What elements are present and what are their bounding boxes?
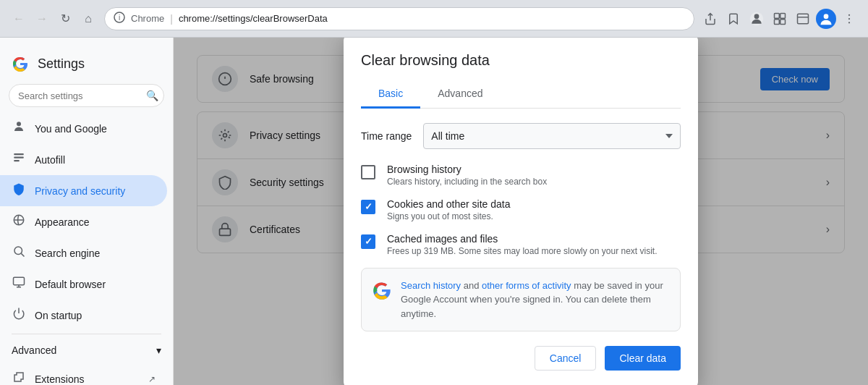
search-engine-icon (12, 245, 26, 261)
monitor-icon (12, 276, 26, 292)
svg-point-14 (848, 22, 850, 23)
dialog-title: Clear browsing data (361, 52, 681, 69)
browsing-history-row: Browsing history Clears history, includi… (361, 164, 681, 187)
cached-images-label: Cached images and files (387, 233, 657, 245)
dialog-footer: Cancel Clear data (361, 346, 681, 371)
sidebar-label: Extensions (35, 373, 84, 385)
cookies-desc: Signs you out of most sites. (387, 211, 510, 221)
toolbar-icons (700, 9, 859, 29)
address-bar[interactable]: i Chrome | chrome://settings/clearBrowse… (104, 7, 694, 30)
bookmark-button[interactable] (723, 9, 744, 29)
menu-button[interactable] (839, 9, 859, 29)
sidebar-item-extensions[interactable]: Extensions ↗ (0, 363, 167, 385)
sidebar-item-appearance[interactable]: Appearance (0, 206, 167, 237)
sidebar-label: Default browser (35, 279, 106, 290)
google-info-row: Search history and other forms of activi… (361, 268, 681, 332)
puzzle-icon (12, 371, 26, 385)
svg-point-12 (848, 14, 850, 15)
back-button[interactable]: ← (9, 9, 29, 29)
advanced-label: Advanced (12, 344, 56, 356)
sidebar-item-default-browser[interactable]: Default browser (0, 268, 167, 300)
nav-buttons: ← → ↻ ⌂ (9, 9, 98, 29)
external-link-icon: ↗ (148, 374, 156, 384)
sidebar-header: Settings (0, 43, 173, 78)
cookies-row: Cookies and other site data Signs you ou… (361, 198, 681, 221)
forward-button[interactable]: → (32, 9, 52, 29)
other-activity-link[interactable]: other forms of activity (482, 280, 571, 291)
cached-images-text: Cached images and files Frees up 319 MB.… (387, 233, 657, 256)
home-button[interactable]: ⌂ (78, 9, 98, 29)
time-range-select[interactable]: Last hour Last 24 hours Last 7 days Last… (423, 123, 681, 149)
url-divider: | (170, 13, 173, 25)
svg-rect-16 (14, 153, 24, 155)
search-bar: 🔍 (9, 84, 164, 107)
svg-text:i: i (119, 14, 120, 22)
svg-point-11 (824, 14, 829, 19)
browser-chrome: ← → ↻ ⌂ i Chrome | chrome://settings/cle… (0, 0, 868, 38)
svg-rect-17 (14, 157, 24, 158)
cached-images-checkbox-wrapper[interactable] (361, 234, 375, 249)
share-button[interactable] (700, 9, 720, 29)
dialog-tabs: Basic Advanced (361, 80, 681, 109)
reload-button[interactable]: ↻ (55, 9, 75, 29)
svg-rect-6 (775, 19, 780, 24)
power-icon (12, 307, 26, 323)
sidebar-label: Search engine (35, 248, 100, 259)
extensions-button[interactable] (770, 9, 790, 29)
browsing-history-checkbox-wrapper[interactable] (361, 165, 375, 179)
settings-title: Settings (38, 56, 85, 72)
cached-images-row: Cached images and files Frees up 319 MB.… (361, 233, 681, 256)
search-history-link[interactable]: Search history (401, 280, 461, 291)
site-label: Chrome (131, 13, 164, 24)
tab-advanced[interactable]: Advanced (420, 80, 500, 109)
browsing-history-label: Browsing history (387, 164, 547, 175)
cookies-checkbox[interactable] (361, 200, 375, 214)
svg-rect-7 (780, 19, 786, 24)
browsing-history-text: Browsing history Clears history, includi… (387, 164, 547, 187)
clear-data-button[interactable]: Clear data (605, 346, 681, 371)
svg-rect-18 (14, 160, 20, 161)
browsing-history-checkbox[interactable] (361, 165, 375, 179)
sidebar: Settings 🔍 You and Google Autofill Priva… (0, 38, 174, 385)
sidebar-item-you-and-google[interactable]: You and Google (0, 113, 167, 144)
sidebar-label: On startup (35, 310, 82, 321)
cached-images-checkbox[interactable] (361, 234, 375, 249)
chevron-down-icon: ▾ (156, 344, 161, 356)
url-text: chrome://settings/clearBrowserData (179, 13, 685, 24)
cookies-checkbox-wrapper[interactable] (361, 200, 375, 214)
main-area: Settings 🔍 You and Google Autofill Priva… (0, 38, 868, 385)
sidebar-label: Autofill (35, 154, 65, 166)
google-info-middle: and (461, 280, 482, 291)
clear-browsing-dialog: Clear browsing data Basic Advanced Time … (344, 38, 698, 385)
sidebar-label: You and Google (35, 123, 107, 135)
svg-point-15 (17, 122, 21, 126)
search-button[interactable]: 🔍 (146, 90, 158, 101)
search-input[interactable] (9, 84, 164, 107)
sidebar-label: Appearance (35, 216, 90, 228)
cookies-text: Cookies and other site data Signs you ou… (387, 198, 510, 221)
sidebar-item-search-engine[interactable]: Search engine (0, 237, 167, 268)
svg-rect-22 (14, 277, 25, 285)
shield-icon (12, 182, 26, 199)
cookies-label: Cookies and other site data (387, 198, 510, 210)
user-profile-button[interactable] (816, 9, 836, 29)
time-range-row: Time range Last hour Last 24 hours Last … (361, 123, 681, 149)
sidebar-item-autofill[interactable]: Autofill (0, 144, 167, 175)
sidebar-divider (12, 334, 161, 334)
svg-rect-8 (798, 14, 809, 24)
google-logo (12, 55, 29, 72)
sidebar-label: Privacy and security (35, 185, 125, 197)
dialog-overlay: Clear browsing data Basic Advanced Time … (174, 38, 868, 385)
svg-point-3 (754, 14, 760, 19)
window-button[interactable] (793, 9, 813, 29)
sidebar-item-on-startup[interactable]: On startup (0, 300, 167, 331)
security-icon: i (114, 12, 125, 25)
profile-circle-button[interactable] (746, 9, 767, 29)
time-range-label: Time range (361, 130, 412, 142)
cancel-button[interactable]: Cancel (535, 346, 597, 371)
svg-rect-5 (780, 13, 786, 18)
sidebar-item-privacy-and-security[interactable]: Privacy and security (0, 175, 167, 206)
tab-basic[interactable]: Basic (361, 80, 420, 109)
advanced-section-header[interactable]: Advanced ▾ (0, 337, 173, 363)
person-icon (12, 120, 26, 137)
